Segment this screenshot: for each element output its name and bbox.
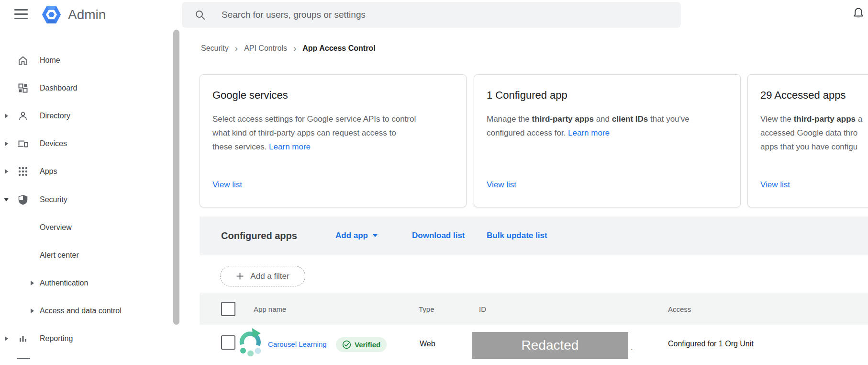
magnifier-icon: [194, 9, 206, 21]
sidebar-item-access-and-data-control[interactable]: Access and data control: [0, 297, 158, 325]
sidebar-item-overview[interactable]: Overview: [0, 214, 158, 241]
home-icon: [17, 55, 29, 66]
dashboard-icon: [17, 82, 29, 94]
plus-icon: [236, 272, 244, 280]
person-icon: [17, 110, 29, 122]
devices-icon: [17, 138, 29, 149]
chevron-right-icon[interactable]: [31, 281, 34, 285]
chevron-right-icon[interactable]: [5, 336, 8, 341]
check-circle-icon: [342, 340, 351, 349]
card-title: 29 Accessed apps: [760, 89, 846, 102]
breadcrumb-api-controls[interactable]: API Controls: [244, 44, 287, 53]
column-header-access: Access: [668, 305, 691, 313]
card-description: View the third-party apps a accessed Goo…: [760, 112, 862, 154]
sidebar-item-devices[interactable]: Devices: [0, 130, 158, 158]
chevron-right-icon[interactable]: [5, 114, 8, 118]
view-list-link[interactable]: View list: [212, 180, 242, 190]
card-configured-apps: 1 Configured app Manage the third-party …: [474, 74, 741, 207]
hamburger-menu-icon[interactable]: [14, 9, 28, 19]
breadcrumb: Security › API Controls › App Access Con…: [201, 44, 376, 53]
carousel-learning-logo: [237, 327, 264, 356]
sidebar-item-alert-center[interactable]: Alert center: [0, 241, 158, 269]
bell-icon: [852, 6, 865, 21]
card-description: Select access settings for Google servic…: [212, 112, 416, 154]
column-header-id: ID: [479, 305, 486, 313]
column-header-app-name: App name: [254, 305, 286, 313]
breadcrumb-app-access-control: App Access Control: [302, 44, 375, 53]
chevron-right-icon: ›: [235, 45, 238, 52]
sidebar-item-home[interactable]: Home: [0, 46, 158, 74]
content-scrollbar-thumb[interactable]: [173, 30, 179, 325]
configured-apps-toolbar: Configured apps Add app Download list Bu…: [200, 217, 868, 255]
id-suffix: .: [631, 343, 633, 352]
chevron-down-icon[interactable]: [4, 198, 9, 202]
sidebar-divider: [17, 358, 30, 359]
add-app-button[interactable]: Add app: [335, 231, 378, 240]
notifications-button[interactable]: [851, 6, 866, 22]
shield-icon: [17, 194, 29, 205]
breadcrumb-security[interactable]: Security: [201, 44, 229, 53]
chevron-right-icon: ›: [293, 45, 296, 52]
section-title: Configured apps: [221, 230, 297, 241]
sidebar-item-directory[interactable]: Directory: [0, 102, 158, 130]
sidebar-item-dashboard[interactable]: Dashboard: [0, 74, 158, 102]
table-header-row: App name Type ID Access: [200, 293, 868, 325]
caret-down-icon: [373, 234, 378, 237]
column-header-type: Type: [419, 305, 434, 313]
bulk-update-list-link[interactable]: Bulk update list: [487, 231, 547, 240]
view-list-link[interactable]: View list: [760, 180, 790, 190]
chevron-right-icon[interactable]: [5, 169, 8, 174]
search-input[interactable]: [221, 9, 653, 21]
chevron-right-icon[interactable]: [31, 308, 34, 313]
sidebar-item-security[interactable]: Security: [0, 186, 158, 214]
card-description: Manage the third-party apps and client I…: [487, 112, 690, 140]
google-admin-console: Admin Home Dashboard: [0, 0, 868, 365]
select-all-checkbox[interactable]: [221, 302, 235, 316]
chevron-right-icon[interactable]: [5, 141, 8, 146]
view-list-link[interactable]: View list: [487, 180, 516, 190]
card-title: Google services: [212, 89, 288, 102]
card-title: 1 Configured app: [487, 89, 568, 102]
product-title: Admin: [68, 7, 106, 23]
bar-chart-icon: [17, 333, 29, 344]
add-filter-button[interactable]: Add a filter: [220, 266, 305, 286]
table-row: Carousel Learning Verified Web Redacted …: [200, 325, 868, 365]
card-google-services: Google services Select access settings f…: [200, 74, 467, 207]
download-list-link[interactable]: Download list: [412, 231, 465, 240]
access-cell: Configured for 1 Org Unit: [668, 340, 754, 348]
row-checkbox[interactable]: [221, 335, 235, 350]
global-search-bar[interactable]: [182, 2, 681, 28]
redacted-id-overlay: Redacted: [472, 332, 628, 359]
verified-badge[interactable]: Verified: [336, 337, 387, 352]
apps-grid-icon: [17, 166, 29, 177]
admin-logo[interactable]: Admin: [41, 4, 106, 25]
card-accessed-apps: 29 Accessed apps View the third-party ap…: [747, 74, 868, 207]
type-cell: Web: [420, 340, 435, 348]
google-admin-hexagon-icon: [41, 4, 62, 25]
sidebar-item-reporting[interactable]: Reporting: [0, 325, 158, 353]
sidebar-item-apps[interactable]: Apps: [0, 158, 158, 185]
app-name-link[interactable]: Carousel Learning: [268, 340, 327, 348]
sidebar-item-authentication[interactable]: Authentication: [0, 269, 158, 297]
